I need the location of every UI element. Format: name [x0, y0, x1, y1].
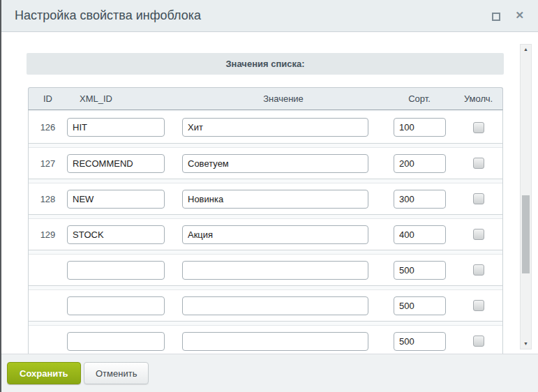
sort-input[interactable]	[394, 225, 446, 244]
xml-id-input[interactable]	[67, 296, 165, 315]
default-checkbox[interactable]	[473, 229, 484, 240]
xml-id-input[interactable]	[67, 118, 165, 137]
table-row: 128	[29, 183, 502, 215]
default-checkbox[interactable]	[473, 300, 484, 311]
column-header-id: ID	[29, 93, 67, 104]
sort-input[interactable]	[394, 118, 446, 137]
list-values-body: 126 127 128	[28, 110, 503, 354]
list-values-section-header: Значения списка:	[27, 53, 504, 75]
maximize-icon[interactable]	[492, 13, 500, 21]
default-checkbox[interactable]	[473, 122, 484, 133]
sort-input[interactable]	[394, 154, 446, 173]
table-header-row: ID XML_ID Значение Сорт. Умолч.	[28, 87, 503, 110]
row-id: 126	[29, 122, 67, 133]
cancel-button[interactable]: Отменить	[84, 362, 149, 384]
default-checkbox[interactable]	[473, 193, 484, 204]
column-header-value: Значение	[182, 93, 384, 104]
row-id: 129	[29, 229, 67, 240]
xml-id-input[interactable]	[67, 154, 165, 173]
table-row	[29, 254, 502, 286]
value-input[interactable]	[182, 154, 368, 173]
value-input[interactable]	[182, 261, 368, 280]
scrollbar-thumb[interactable]	[522, 195, 530, 273]
dialog-title: Настройка свойства инфоблока	[15, 8, 201, 23]
value-input[interactable]	[182, 225, 368, 244]
close-icon[interactable]: ✕	[515, 9, 524, 22]
dialog-content: Значения списка: ID XML_ID Значение Сорт…	[0, 32, 538, 354]
row-id: 128	[29, 194, 67, 204]
sort-input[interactable]	[394, 190, 446, 209]
list-values-table: ID XML_ID Значение Сорт. Умолч. 126 127	[28, 87, 503, 354]
scrollbar[interactable]: ▲ ▼	[520, 44, 532, 349]
value-input[interactable]	[182, 118, 368, 137]
table-row: 127	[29, 147, 502, 179]
default-checkbox[interactable]	[473, 158, 484, 169]
infoblock-property-settings-dialog: Настройка свойства инфоблока ✕ Значения …	[0, 0, 538, 392]
column-header-sort: Сорт.	[384, 93, 454, 104]
xml-id-input[interactable]	[67, 190, 165, 209]
sort-input[interactable]	[394, 332, 446, 351]
sort-input[interactable]	[394, 296, 446, 315]
value-input[interactable]	[182, 190, 368, 209]
column-header-default: Умолч.	[454, 93, 502, 104]
xml-id-input[interactable]	[67, 225, 165, 244]
scroll-up-icon[interactable]: ▲	[521, 45, 531, 54]
dialog-left-edge	[0, 0, 1, 392]
value-input[interactable]	[182, 332, 368, 351]
xml-id-input[interactable]	[67, 332, 165, 351]
table-row	[29, 289, 502, 322]
sort-input[interactable]	[394, 261, 446, 280]
table-row	[29, 325, 502, 354]
value-input[interactable]	[182, 296, 368, 315]
xml-id-input[interactable]	[67, 261, 165, 280]
default-checkbox[interactable]	[473, 264, 484, 276]
column-header-xml-id: XML_ID	[67, 93, 182, 104]
save-button[interactable]: Сохранить	[7, 362, 81, 384]
scroll-down-icon[interactable]: ▼	[521, 339, 531, 349]
dialog-footer: Сохранить Отменить	[0, 354, 538, 392]
table-row: 129	[29, 218, 502, 250]
table-row: 126	[29, 112, 502, 144]
row-id: 127	[29, 158, 67, 169]
dialog-titlebar: Настройка свойства инфоблока ✕	[0, 0, 538, 32]
default-checkbox[interactable]	[473, 336, 484, 347]
